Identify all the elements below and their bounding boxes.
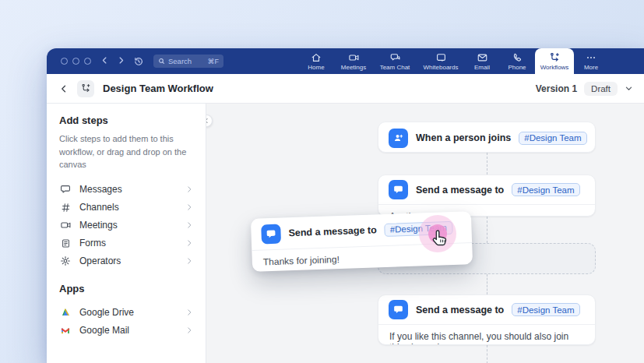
chevron-right-icon — [185, 326, 193, 334]
envelope-icon — [477, 52, 488, 63]
chevron-right-icon — [185, 308, 193, 316]
video-camera-icon — [59, 220, 72, 231]
phone-icon — [512, 52, 523, 63]
step-title: Send a message to — [416, 185, 504, 196]
tab-label: Meetings — [341, 65, 366, 71]
tab-label: Team Chat — [380, 65, 410, 71]
sidebar-item-meetings[interactable]: Meetings — [59, 217, 193, 234]
hash-icon — [59, 203, 72, 213]
workflow-step-message-card[interactable]: Send a message to #Design Team Another m… — [378, 174, 596, 217]
sidebar-collapse-button[interactable] — [206, 115, 213, 127]
steps-list: Messages Channels Meetings Forms — [59, 181, 193, 270]
tab-workflows[interactable]: Workflows — [535, 48, 574, 74]
close-window-button[interactable] — [61, 58, 68, 65]
window-controls — [61, 58, 91, 65]
tab-phone[interactable]: Phone — [499, 48, 535, 74]
channel-token[interactable]: #Design Team — [512, 303, 579, 316]
main-nav-tabs: Home Meetings Team Chat Whiteboards Emai… — [298, 48, 608, 74]
app-header: ⌘F Home Meetings Team Chat Whiteboards E… — [47, 48, 644, 74]
sidebar-description: Click steps to add them to this workflow… — [59, 132, 193, 171]
step-title: Send a message to — [416, 305, 504, 315]
workflow-connector — [487, 217, 487, 243]
apps-list: Google Drive Google Mail — [59, 304, 193, 340]
sidebar-item-channels[interactable]: Channels — [59, 199, 193, 217]
sidebar-item-label: Google Drive — [79, 307, 134, 318]
workflow-step-message-card[interactable]: Send a message to #Design Team If you li… — [378, 294, 596, 345]
back-button[interactable] — [59, 84, 69, 93]
chevron-down-icon[interactable] — [625, 84, 633, 93]
message-bubble-icon — [389, 180, 408, 199]
step-title: Send a message to — [288, 224, 377, 238]
search-field[interactable] — [168, 57, 205, 65]
search-input[interactable]: ⌘F — [153, 55, 223, 68]
hand-cursor-icon — [430, 228, 450, 252]
workflow-connector — [487, 274, 487, 294]
version-label: Version 1 — [536, 83, 577, 94]
sidebar-item-operators[interactable]: Operators — [59, 252, 193, 270]
sidebar-item-label: Meetings — [79, 220, 118, 231]
chevron-right-icon — [185, 257, 193, 265]
workflow-connector — [487, 345, 487, 363]
sidebar-item-label: Operators — [79, 256, 121, 266]
chevron-right-icon — [185, 221, 193, 229]
tab-team-chat[interactable]: Team Chat — [373, 48, 417, 74]
tab-label: Email — [474, 65, 490, 71]
workflow-canvas: When a person joins #Design Team Send a … — [206, 104, 644, 363]
ellipsis-icon — [586, 52, 596, 63]
chat-bubbles-icon — [389, 52, 401, 63]
sidebar-heading: Add steps — [59, 115, 193, 126]
message-bubble-icon — [59, 184, 72, 195]
workflow-connector — [487, 153, 487, 174]
tab-label: Workflows — [540, 65, 569, 71]
app-window: ⌘F Home Meetings Team Chat Whiteboards E… — [47, 48, 644, 363]
workflow-step-trigger-card[interactable]: When a person joins #Design Team — [378, 122, 596, 153]
tab-more[interactable]: More — [574, 48, 608, 74]
video-camera-icon — [348, 52, 360, 63]
status-badge[interactable]: Draft — [584, 82, 618, 96]
sidebar-item-google-drive[interactable]: Google Drive — [59, 304, 193, 322]
sidebar-item-label: Google Mail — [79, 325, 129, 336]
add-steps-sidebar: Add steps Click steps to add them to thi… — [47, 104, 206, 363]
maximize-window-button[interactable] — [84, 58, 91, 65]
sidebar-item-google-mail[interactable]: Google Mail — [59, 322, 193, 340]
form-icon — [59, 238, 72, 248]
channel-token[interactable]: #Design Team — [519, 132, 586, 145]
sidebar-item-label: Channels — [79, 202, 119, 213]
tab-label: Phone — [508, 65, 526, 71]
google-drive-icon — [59, 308, 72, 318]
step-body-text: If you like this channel, you should als… — [378, 325, 595, 345]
message-bubble-icon — [261, 224, 281, 244]
back-nav-icon[interactable] — [100, 56, 109, 66]
step-title: When a person joins — [416, 132, 511, 143]
gear-icon — [59, 256, 72, 266]
tab-label: More — [584, 65, 598, 71]
channel-token[interactable]: #Design Team — [512, 183, 579, 196]
history-icon[interactable] — [133, 56, 144, 67]
sidebar-item-messages[interactable]: Messages — [59, 181, 193, 199]
person-add-icon — [389, 129, 408, 148]
gmail-icon — [59, 326, 72, 336]
tab-meetings[interactable]: Meetings — [334, 48, 373, 74]
tab-whiteboards[interactable]: Whiteboards — [417, 48, 465, 74]
search-icon — [158, 58, 165, 65]
chevron-right-icon — [185, 239, 193, 247]
tab-label: Home — [308, 65, 324, 71]
tab-email[interactable]: Email — [465, 48, 499, 74]
apps-heading: Apps — [59, 283, 193, 294]
chevron-right-icon — [185, 203, 193, 211]
workflow-icon — [77, 80, 94, 97]
minimize-window-button[interactable] — [72, 58, 79, 65]
page-title: Design Team Workflow — [103, 83, 213, 94]
chevron-left-icon — [206, 118, 209, 124]
tab-home[interactable]: Home — [298, 48, 334, 74]
sidebar-item-label: Messages — [79, 184, 122, 195]
home-icon — [311, 52, 322, 63]
workflow-icon — [549, 52, 561, 63]
forward-nav-icon[interactable] — [117, 56, 125, 66]
workflow-toolbar: Design Team Workflow Version 1 Draft — [47, 74, 644, 104]
search-shortcut: ⌘F — [208, 58, 220, 65]
sidebar-item-forms[interactable]: Forms — [59, 234, 193, 252]
chevron-right-icon — [185, 185, 193, 193]
message-bubble-icon — [389, 300, 408, 319]
whiteboard-icon — [435, 52, 447, 63]
